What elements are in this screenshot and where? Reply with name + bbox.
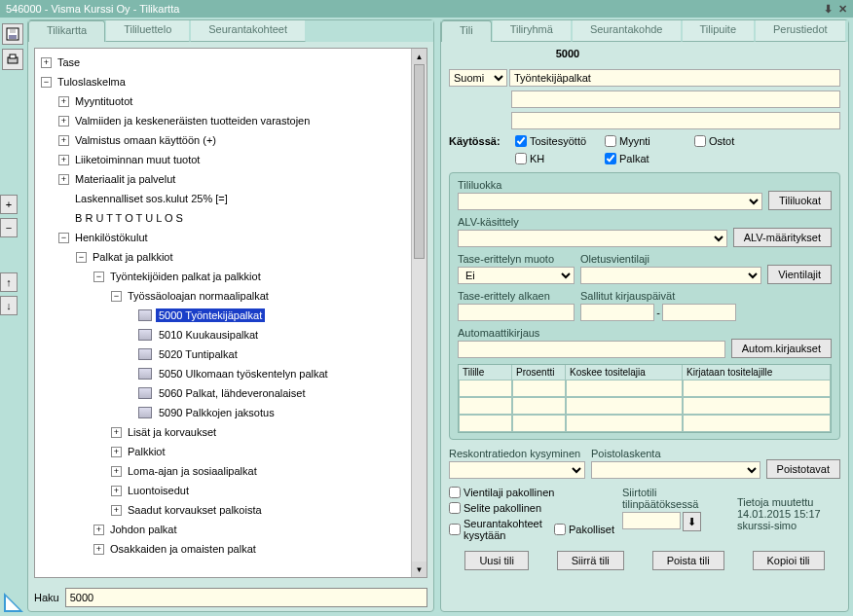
reskontra-select[interactable] — [449, 461, 585, 479]
expander-icon[interactable]: + — [58, 116, 69, 127]
uusi-tili-button[interactable]: Uusi tili — [464, 551, 528, 570]
grid-row[interactable] — [459, 397, 831, 415]
tab-tili[interactable]: Tili — [441, 20, 492, 42]
autokirjaus-input[interactable] — [458, 341, 725, 358]
chk-tositesyotto[interactable]: Tositesyöttö — [515, 135, 595, 147]
expander-icon[interactable]: + — [41, 57, 52, 68]
expander-icon[interactable]: + — [111, 447, 122, 457]
tab-tiliryhma[interactable]: Tiliryhmä — [492, 20, 572, 42]
tab-perustiedot[interactable]: Perustiedot — [755, 20, 846, 42]
tree-node[interactable]: Materiaalit ja palvelut — [72, 172, 178, 186]
tree-node[interactable]: Luontoisedut — [125, 484, 192, 497]
expander-icon[interactable]: + — [93, 544, 104, 555]
tree-leaf[interactable]: 5090 Palkkojen jaksotus — [156, 406, 278, 419]
scroll-thumb[interactable] — [414, 64, 425, 259]
vientilajit-button[interactable]: Vientilajit — [767, 265, 832, 284]
minus-button[interactable]: − — [0, 218, 18, 237]
expander-icon[interactable]: + — [111, 466, 122, 477]
tililuokka-select[interactable] — [458, 193, 762, 210]
scroll-up-icon[interactable]: ▲ — [412, 49, 426, 64]
search-input[interactable] — [65, 588, 427, 607]
plus-button[interactable]: + — [0, 195, 18, 214]
sallitut-to-input[interactable] — [662, 304, 736, 321]
grid-row[interactable] — [459, 380, 831, 397]
siirra-tili-button[interactable]: Siirrä tili — [557, 551, 624, 570]
tree-node[interactable]: Johdon palkat — [107, 523, 180, 536]
tree-node[interactable]: Valmiiden ja keskeneräisten tuotteiden v… — [72, 114, 313, 127]
tree-node[interactable]: Myyntituotot — [72, 94, 135, 108]
siirtotili-input[interactable] — [622, 512, 681, 529]
tase-alkaen-input[interactable] — [458, 304, 575, 321]
poistolaskenta-select[interactable] — [591, 461, 760, 479]
tab-seurantakohteet[interactable]: Seurantakohteet — [190, 20, 306, 42]
expander-icon[interactable]: + — [58, 135, 69, 146]
tree-node[interactable]: Laskennalliset sos.kulut 25% [=] — [72, 192, 231, 205]
poistotavat-button[interactable]: Poistotavat — [766, 459, 840, 479]
expander-icon[interactable]: + — [111, 486, 122, 496]
expander-icon[interactable]: − — [93, 272, 104, 282]
sallitut-from-input[interactable] — [580, 304, 654, 321]
chk-pakolliset[interactable]: Pakolliset — [554, 518, 614, 541]
tree-leaf[interactable]: 5060 Palkat, lähdeveronalaiset — [156, 386, 308, 400]
tree-node[interactable]: Työntekijöiden palkat ja palkkiot — [107, 270, 264, 283]
expander-icon[interactable]: − — [111, 291, 122, 302]
alv-select[interactable] — [458, 230, 727, 247]
tree-node[interactable]: Saadut korvaukset palkoista — [125, 503, 265, 517]
expander-icon[interactable]: + — [58, 174, 69, 185]
grid-row[interactable] — [459, 415, 831, 432]
language-select[interactable]: Suomi — [449, 69, 507, 87]
scroll-down-icon[interactable]: ▼ — [412, 562, 426, 577]
chk-vientilaji-pakollinen[interactable]: Vientilaji pakollinen — [449, 487, 614, 498]
expander-icon[interactable]: + — [93, 525, 104, 535]
tab-seurantakohde[interactable]: Seurantakohde — [572, 20, 682, 42]
extra-input-1[interactable] — [511, 91, 840, 108]
tree-leaf[interactable]: 5010 Kuukausipalkat — [156, 328, 261, 342]
chk-kh[interactable]: KH — [515, 153, 595, 164]
tree-leaf[interactable]: 5050 Ulkomaan työskentelyn palkat — [156, 367, 331, 380]
tree-node[interactable]: Palkat ja palkkiot — [90, 250, 176, 264]
tree-node[interactable]: Henkilöstökulut — [72, 231, 151, 244]
tree-leaf-selected[interactable]: 5000 Työntekijäpalkat — [156, 308, 265, 322]
expander-icon[interactable]: − — [41, 77, 52, 88]
tililuokat-button[interactable]: Tililuokat — [768, 191, 832, 210]
tree-node[interactable]: Työssäoloajan normaalipalkat — [125, 289, 272, 303]
print-button[interactable] — [2, 49, 23, 70]
alv-button[interactable]: ALV-määritykset — [733, 228, 832, 247]
tree-node[interactable]: Osakkaiden ja omaisten palkat — [107, 542, 259, 556]
close-icon[interactable]: ✕ — [838, 3, 847, 16]
tase-muoto-select[interactable]: Ei — [458, 267, 575, 284]
expander-icon[interactable]: + — [111, 505, 122, 516]
chk-myynti[interactable]: Myynti — [605, 135, 685, 147]
tree-node[interactable]: Loma-ajan ja sosiaalipalkat — [125, 464, 260, 478]
tab-tilikartta[interactable]: Tilikartta — [28, 20, 105, 42]
chk-seurantakohteet[interactable]: Seurantakohteet kysytään — [449, 518, 544, 541]
tree-node[interactable]: Valmistus omaan käyttöön (+) — [72, 133, 219, 147]
tree-node[interactable]: Tuloslaskelma — [55, 75, 129, 89]
chk-selite-pakollinen[interactable]: Selite pakollinen — [449, 502, 614, 514]
poista-tili-button[interactable]: Poista tili — [652, 551, 724, 570]
tree-leaf[interactable]: 5020 Tuntipalkat — [156, 347, 241, 361]
down-button[interactable]: ↓ — [0, 296, 18, 315]
kopioi-tili-button[interactable]: Kopioi tili — [753, 551, 825, 570]
minimize-icon[interactable]: ⬇ — [824, 3, 833, 16]
expander-icon[interactable]: + — [58, 155, 69, 165]
tab-tilipuite[interactable]: Tilipuite — [682, 20, 756, 42]
tree-node[interactable]: Lisät ja korvaukset — [125, 425, 219, 439]
account-name-input[interactable] — [509, 69, 840, 87]
tree-node[interactable]: Palkkiot — [125, 445, 168, 458]
save-button[interactable] — [2, 23, 23, 45]
expander-icon[interactable]: + — [58, 96, 69, 107]
oletusvientilaji-select[interactable] — [580, 267, 761, 284]
autokirjaus-button[interactable]: Autom.kirjaukset — [731, 339, 832, 358]
tree-view[interactable]: +Tase −Tuloslaskelma +Myyntituotot +Valm… — [34, 48, 427, 578]
expander-icon[interactable]: − — [76, 252, 87, 263]
chk-ostot[interactable]: Ostot — [694, 135, 774, 147]
tab-tililuettelo[interactable]: Tililuettelo — [105, 20, 190, 42]
extra-input-2[interactable] — [511, 112, 840, 129]
tree-node[interactable]: Liiketoiminnan muut tuotot — [72, 153, 203, 166]
expander-icon[interactable]: + — [111, 427, 122, 438]
up-button[interactable]: ↑ — [0, 272, 18, 292]
scrollbar[interactable]: ▲ ▼ — [411, 49, 426, 577]
tree-node[interactable]: Tase — [55, 55, 83, 69]
tree-node[interactable]: B R U T T O T U L O S — [72, 211, 186, 225]
